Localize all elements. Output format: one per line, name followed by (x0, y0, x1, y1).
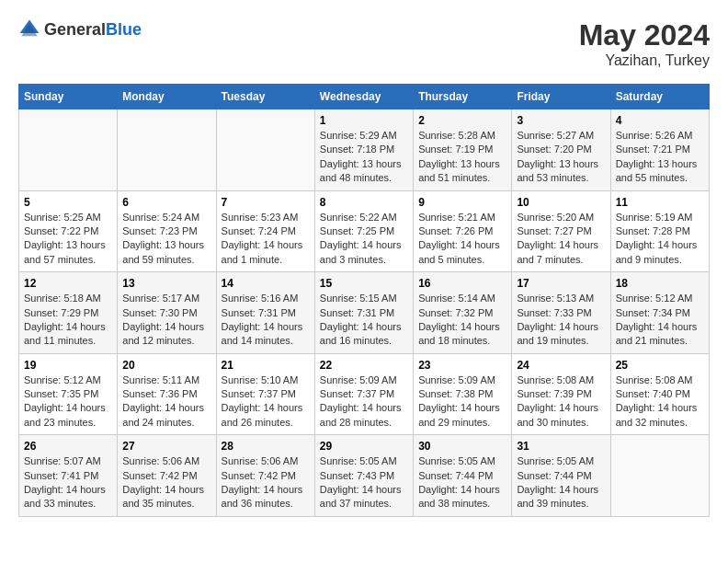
calendar-cell: 3Sunrise: 5:27 AM Sunset: 7:20 PM Daylig… (512, 109, 610, 191)
calendar-week-row: 1Sunrise: 5:29 AM Sunset: 7:18 PM Daylig… (19, 109, 710, 191)
day-number: 26 (24, 440, 112, 453)
day-info: Sunrise: 5:08 AM Sunset: 7:40 PM Dayligh… (616, 373, 704, 431)
day-info: Sunrise: 5:05 AM Sunset: 7:44 PM Dayligh… (517, 454, 605, 511)
day-number: 12 (24, 277, 112, 290)
calendar-cell: 12Sunrise: 5:18 AM Sunset: 7:29 PM Dayli… (19, 272, 118, 354)
day-number: 6 (122, 196, 210, 209)
day-info: Sunrise: 5:24 AM Sunset: 7:23 PM Dayligh… (122, 211, 210, 268)
calendar-cell: 1Sunrise: 5:29 AM Sunset: 7:18 PM Daylig… (314, 109, 413, 191)
day-number: 19 (24, 359, 112, 372)
day-info: Sunrise: 5:20 AM Sunset: 7:27 PM Dayligh… (517, 211, 605, 268)
calendar-cell (610, 435, 709, 517)
title-block: May 2024 Yazihan, Turkey (579, 18, 710, 69)
calendar-cell: 5Sunrise: 5:25 AM Sunset: 7:22 PM Daylig… (19, 190, 118, 272)
weekday-header-sunday: Sunday (19, 85, 118, 109)
calendar-week-row: 12Sunrise: 5:18 AM Sunset: 7:29 PM Dayli… (19, 272, 710, 354)
day-number: 22 (320, 359, 408, 372)
day-info: Sunrise: 5:19 AM Sunset: 7:28 PM Dayligh… (616, 211, 704, 268)
day-number: 11 (616, 196, 704, 209)
day-number: 27 (122, 440, 210, 453)
logo: GeneralBlue (18, 18, 142, 40)
calendar-cell: 23Sunrise: 5:09 AM Sunset: 7:38 PM Dayli… (414, 353, 512, 435)
calendar-cell: 7Sunrise: 5:23 AM Sunset: 7:24 PM Daylig… (216, 190, 314, 272)
day-info: Sunrise: 5:29 AM Sunset: 7:18 PM Dayligh… (320, 129, 408, 186)
calendar-cell: 15Sunrise: 5:15 AM Sunset: 7:31 PM Dayli… (314, 272, 413, 354)
logo-general: General (44, 20, 106, 39)
day-info: Sunrise: 5:28 AM Sunset: 7:19 PM Dayligh… (418, 129, 506, 186)
day-number: 17 (517, 277, 605, 290)
day-info: Sunrise: 5:18 AM Sunset: 7:29 PM Dayligh… (24, 292, 112, 349)
calendar-week-row: 5Sunrise: 5:25 AM Sunset: 7:22 PM Daylig… (19, 190, 710, 272)
calendar-cell: 31Sunrise: 5:05 AM Sunset: 7:44 PM Dayli… (512, 435, 610, 517)
day-number: 4 (616, 114, 704, 127)
calendar-week-row: 19Sunrise: 5:12 AM Sunset: 7:35 PM Dayli… (19, 353, 710, 435)
day-number: 18 (616, 277, 704, 290)
day-info: Sunrise: 5:26 AM Sunset: 7:21 PM Dayligh… (616, 129, 704, 186)
calendar-cell: 9Sunrise: 5:21 AM Sunset: 7:26 PM Daylig… (414, 190, 512, 272)
day-number: 28 (222, 440, 310, 453)
calendar-cell: 27Sunrise: 5:06 AM Sunset: 7:42 PM Dayli… (118, 435, 216, 517)
day-info: Sunrise: 5:09 AM Sunset: 7:37 PM Dayligh… (320, 373, 408, 431)
day-number: 7 (222, 196, 310, 209)
weekday-header-saturday: Saturday (610, 85, 709, 109)
calendar-cell: 25Sunrise: 5:08 AM Sunset: 7:40 PM Dayli… (610, 353, 709, 435)
day-info: Sunrise: 5:23 AM Sunset: 7:24 PM Dayligh… (222, 211, 310, 268)
weekday-header-monday: Monday (118, 85, 216, 109)
day-info: Sunrise: 5:15 AM Sunset: 7:31 PM Dayligh… (320, 292, 408, 349)
day-info: Sunrise: 5:16 AM Sunset: 7:31 PM Dayligh… (222, 292, 310, 349)
month-title: May 2024 (579, 18, 710, 52)
day-number: 24 (517, 359, 605, 372)
day-info: Sunrise: 5:22 AM Sunset: 7:25 PM Dayligh… (320, 211, 408, 268)
calendar-cell: 20Sunrise: 5:11 AM Sunset: 7:36 PM Dayli… (118, 353, 216, 435)
calendar-cell: 22Sunrise: 5:09 AM Sunset: 7:37 PM Dayli… (314, 353, 413, 435)
calendar-cell: 28Sunrise: 5:06 AM Sunset: 7:42 PM Dayli… (216, 435, 314, 517)
day-number: 25 (616, 359, 704, 372)
calendar-cell: 30Sunrise: 5:05 AM Sunset: 7:44 PM Dayli… (414, 435, 512, 517)
day-info: Sunrise: 5:27 AM Sunset: 7:20 PM Dayligh… (517, 129, 605, 186)
weekday-header-tuesday: Tuesday (216, 85, 314, 109)
day-info: Sunrise: 5:05 AM Sunset: 7:44 PM Dayligh… (418, 454, 506, 511)
day-number: 30 (418, 440, 506, 453)
page-header: GeneralBlue May 2024 Yazihan, Turkey (18, 18, 710, 69)
calendar-cell: 11Sunrise: 5:19 AM Sunset: 7:28 PM Dayli… (610, 190, 709, 272)
day-number: 23 (418, 359, 506, 372)
weekday-header-thursday: Thursday (414, 85, 512, 109)
logo-icon (18, 18, 40, 40)
day-number: 21 (222, 359, 310, 372)
day-number: 16 (418, 277, 506, 290)
calendar-cell: 29Sunrise: 5:05 AM Sunset: 7:43 PM Dayli… (314, 435, 413, 517)
day-number: 1 (320, 114, 408, 127)
day-number: 14 (222, 277, 310, 290)
day-number: 3 (517, 114, 605, 127)
day-number: 13 (122, 277, 210, 290)
calendar-table: SundayMondayTuesdayWednesdayThursdayFrid… (18, 84, 710, 517)
day-info: Sunrise: 5:25 AM Sunset: 7:22 PM Dayligh… (24, 211, 112, 268)
day-info: Sunrise: 5:21 AM Sunset: 7:26 PM Dayligh… (418, 211, 506, 268)
day-number: 8 (320, 196, 408, 209)
calendar-cell: 24Sunrise: 5:08 AM Sunset: 7:39 PM Dayli… (512, 353, 610, 435)
calendar-cell (216, 109, 314, 191)
calendar-cell: 21Sunrise: 5:10 AM Sunset: 7:37 PM Dayli… (216, 353, 314, 435)
weekday-header-row: SundayMondayTuesdayWednesdayThursdayFrid… (19, 85, 710, 109)
calendar-cell (118, 109, 216, 191)
day-number: 9 (418, 196, 506, 209)
day-info: Sunrise: 5:12 AM Sunset: 7:35 PM Dayligh… (24, 373, 112, 431)
day-info: Sunrise: 5:07 AM Sunset: 7:41 PM Dayligh… (24, 454, 112, 511)
day-info: Sunrise: 5:17 AM Sunset: 7:30 PM Dayligh… (122, 292, 210, 349)
calendar-cell: 13Sunrise: 5:17 AM Sunset: 7:30 PM Dayli… (118, 272, 216, 354)
weekday-header-friday: Friday (512, 85, 610, 109)
day-number: 20 (122, 359, 210, 372)
day-number: 15 (320, 277, 408, 290)
day-number: 5 (24, 196, 112, 209)
day-number: 31 (517, 440, 605, 453)
calendar-cell: 14Sunrise: 5:16 AM Sunset: 7:31 PM Dayli… (216, 272, 314, 354)
calendar-cell: 16Sunrise: 5:14 AM Sunset: 7:32 PM Dayli… (414, 272, 512, 354)
day-info: Sunrise: 5:14 AM Sunset: 7:32 PM Dayligh… (418, 292, 506, 349)
day-number: 29 (320, 440, 408, 453)
calendar-cell: 19Sunrise: 5:12 AM Sunset: 7:35 PM Dayli… (19, 353, 118, 435)
logo-text: GeneralBlue (44, 20, 142, 40)
day-info: Sunrise: 5:13 AM Sunset: 7:33 PM Dayligh… (517, 292, 605, 349)
day-info: Sunrise: 5:11 AM Sunset: 7:36 PM Dayligh… (122, 373, 210, 431)
calendar-cell: 26Sunrise: 5:07 AM Sunset: 7:41 PM Dayli… (19, 435, 118, 517)
day-info: Sunrise: 5:12 AM Sunset: 7:34 PM Dayligh… (616, 292, 704, 349)
